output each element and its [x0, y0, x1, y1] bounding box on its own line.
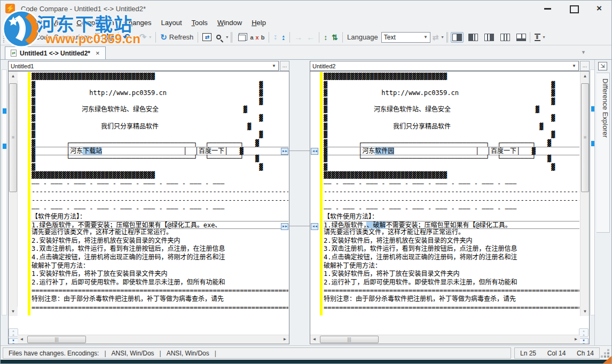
menu-item-comparison[interactable]: Comparison	[72, 17, 119, 29]
layout-left-dark-button[interactable]	[467, 32, 480, 43]
editor-line[interactable]: ▓▓▓▓▓▓▓▓▓▓▓▓▓▓▓▓▓▓▓▓▓▓▓▓▓▓▓▓▓▓▓▓	[324, 171, 579, 180]
editor-line[interactable]: 破解补丁使用方法：	[324, 262, 579, 271]
editor-line[interactable]: 3.双击注册机，软件运行，看到有注册按钮后，点注册，在注册信息	[324, 245, 579, 254]
diff-changed-line[interactable]: ▓ │河东软件园 │ │百度一下│ ▓	[324, 147, 579, 155]
merge-block-right-button[interactable]: ►►	[281, 148, 288, 155]
redo-button[interactable]: ↷▾	[137, 32, 153, 43]
editor-line[interactable]: ▓ └────────────────────────────────┘ └──…	[324, 155, 579, 163]
editor-line[interactable]: ▓ 我们只分享精品软件 ▓	[324, 123, 579, 131]
editor-line[interactable]: ▓ ▓	[324, 98, 579, 106]
copy-options-button[interactable]	[235, 33, 248, 42]
editor-line[interactable]: 4.点击确定按钮，注册机将出现正确的注册码，将刚才的注册名和注	[324, 254, 579, 262]
undo-dropdown-icon[interactable]: ▾	[133, 35, 135, 39]
previous-difference-nav-button[interactable]: ▲▲	[579, 328, 589, 337]
editor-line[interactable]: 请先要运行该类文件，这样才能让程序正常运行。	[324, 228, 579, 237]
editor-line[interactable]: ▓ └────────────────────────────────┘ └──…	[32, 155, 288, 163]
editor-line[interactable]: ----------------------------------------…	[324, 196, 579, 205]
editor-line[interactable]: ▓▓▓▓▓▓▓▓▓▓▓▓▓▓▓▓▓▓▓▓▓▓▓▓▓▓▓▓▓▓▓▓	[32, 73, 288, 81]
editor-line[interactable]: —— - ——— - ——— - ——— - ——— - ——— - ——— -…	[324, 180, 579, 188]
editor-line[interactable]: ▓ 河东绿色软件站、绿色安全 ▓	[324, 106, 579, 114]
editor-line[interactable]: ▓ ┌────────────────────────────────┐ ┌──…	[32, 139, 288, 148]
editor-line[interactable]: 2.运行补丁，后即可使用软件。即使软件显示未注册，但所有功能和	[32, 279, 288, 287]
left-overview-ruler[interactable]	[2, 69, 7, 315]
next-difference-button[interactable]: ▼▼	[271, 34, 279, 41]
merge-block-left-button[interactable]: ◄◄	[311, 148, 318, 155]
difference-explorer-icon[interactable]	[598, 62, 607, 70]
menu-item-changes[interactable]: Changes	[119, 17, 156, 29]
editor-line[interactable]: 2.安装好软件后，将注册机放在安装目录的文件夹内	[324, 237, 579, 246]
next-difference-nav-button[interactable]: ▼▼	[579, 338, 589, 344]
editor-line[interactable]: ▓ ▓	[32, 81, 288, 90]
scrollbar-thumb[interactable]: |||	[320, 336, 379, 343]
right-editor-content[interactable]: ▓▓▓▓▓▓▓▓▓▓▓▓▓▓▓▓▓▓▓▓▓▓▓▓▓▓▓▓▓▓▓▓▓ ▓▓ htt…	[324, 73, 579, 333]
editor-line[interactable]: ▓ http://www.pc0359.cn ▓	[324, 89, 579, 98]
scrollbar-thumb[interactable]: |||	[27, 336, 86, 343]
diff-marker[interactable]	[3, 108, 6, 114]
layout-middle-dark-button[interactable]	[483, 32, 496, 43]
editor-line[interactable]: ----------------------------------------…	[32, 196, 288, 205]
scroll-right-icon[interactable]: ►	[281, 335, 289, 344]
layout-two-panes-button[interactable]	[451, 32, 464, 43]
scroll-down-icon[interactable]: ▼	[580, 307, 590, 316]
left-editor-content[interactable]: ▓▓▓▓▓▓▓▓▓▓▓▓▓▓▓▓▓▓▓▓▓▓▓▓▓▓▓▓▓▓▓▓▓ ▓▓ htt…	[32, 73, 288, 333]
menu-item-help[interactable]: Help	[247, 17, 271, 29]
scrollbar-thumb[interactable]: ≡	[9, 83, 17, 192]
editor-line[interactable]: —— - ——— - ——— - ——— - ——— - ——— - ——— -…	[324, 205, 579, 213]
layout-three-columns-button[interactable]	[499, 32, 512, 43]
new-comparison-button[interactable]: New Code Comparison	[7, 32, 93, 42]
maximize-button[interactable]	[568, 4, 579, 13]
right-file-selector[interactable]: Untitled2 ▼	[310, 61, 579, 71]
editor-line[interactable]: ========================================…	[32, 287, 288, 295]
next-difference-nav-button[interactable]: ▼▼	[9, 338, 18, 344]
editor-line[interactable]: 特别注意：由于部分杀毒软件把注册机，补丁等做为病毒查杀，请先	[324, 295, 579, 304]
editor-line[interactable]: 破解补丁使用方法：	[32, 262, 288, 271]
scroll-left-icon[interactable]: ◄	[310, 335, 318, 344]
editor-line[interactable]: ----------------------------------------…	[324, 188, 579, 196]
expand-all-button[interactable]: ↕	[321, 33, 329, 42]
diff-marker[interactable]	[3, 144, 6, 149]
editor-line[interactable]: ========================================…	[324, 304, 579, 312]
close-button[interactable]: ×	[593, 4, 605, 13]
editor-line[interactable]: ========================================…	[32, 304, 288, 312]
menu-item-window[interactable]: Window	[213, 17, 247, 29]
diff-changed-line[interactable]: 1.绿色版软件，不需要安装；压缩包里如果有【@绿化工具。exe、	[32, 221, 288, 230]
editor-line[interactable]: ▓ ▓	[324, 163, 579, 172]
editor-line[interactable]: 2.安装好软件后，将注册机放在安装目录的文件夹内	[32, 237, 288, 246]
editor-line[interactable]: ▓ ▓	[32, 131, 288, 139]
right-horizontal-scrollbar[interactable]: ◄ ||| ►	[310, 335, 580, 344]
left-horizontal-scrollbar[interactable]: ◄ ||| ►	[18, 335, 289, 344]
right-browse-button[interactable]: ...	[580, 61, 590, 71]
scroll-left-icon[interactable]: ◄	[18, 335, 26, 344]
language-select[interactable]: Text ▼	[381, 32, 430, 43]
swap-options-dropdown-icon[interactable]: ▾	[442, 35, 444, 39]
previous-difference-button[interactable]: ▲▲	[279, 34, 287, 41]
right-vertical-scrollbar[interactable]: ▲ ≡ ▼	[580, 72, 589, 316]
editor-line[interactable]: ▓▓▓▓▓▓▓▓▓▓▓▓▓▓▓▓▓▓▓▓▓▓▓▓▓▓▓▓▓▓▓▓	[324, 73, 579, 81]
tab-untitled1-untitled2[interactable]: Untitled1 <-> Untitled2* ×	[5, 46, 106, 59]
editor-line[interactable]: ▓▓▓▓▓▓▓▓▓▓▓▓▓▓▓▓▓▓▓▓▓▓▓▓▓▓▓▓▓▓▓▓	[32, 171, 288, 180]
editor-line[interactable]: ▓ ▓	[32, 114, 288, 123]
editor-line[interactable]: ▓ ▓	[32, 163, 288, 172]
editor-line[interactable]: 特别注意：由于部分杀毒软件把注册机，补丁等做为病毒查杀，请先	[32, 295, 288, 304]
merge-to-left-button[interactable]: ←	[304, 33, 317, 42]
scrollbar-thumb[interactable]: ≡	[581, 83, 589, 192]
open-comparison-button[interactable]	[93, 32, 105, 42]
scroll-up-icon[interactable]: ▲	[580, 72, 590, 81]
right-editor[interactable]: ▓▓▓▓▓▓▓▓▓▓▓▓▓▓▓▓▓▓▓▓▓▓▓▓▓▓▓▓▓▓▓▓▓ ▓▓ htt…	[310, 71, 590, 344]
editor-line[interactable]: ▓ 我们只分享精品软件 ▓	[32, 123, 288, 131]
menu-item-tools[interactable]: Tools	[187, 17, 213, 29]
editor-line[interactable]: ▓ ┌────────────────────────────────┐ ┌──…	[324, 139, 579, 148]
difference-explorer-tab[interactable]: Difference Explorer	[597, 73, 610, 233]
swap-sides-button[interactable]: ⇄	[430, 33, 441, 42]
menu-item-file[interactable]: File	[5, 17, 26, 29]
toolbar-grip[interactable]	[3, 32, 6, 43]
menu-item-edit[interactable]: Edit	[26, 17, 47, 29]
refresh-button[interactable]: ↻ Refresh	[158, 32, 195, 42]
editor-line[interactable]: ========================================…	[324, 287, 579, 295]
editor-line[interactable]: ----------------------------------------…	[32, 188, 288, 196]
minimize-button[interactable]	[542, 4, 554, 13]
save-button[interactable]	[105, 33, 116, 42]
merge-to-right-button[interactable]: →	[292, 33, 304, 42]
editor-line[interactable]: 【软件使用方法】：	[324, 213, 579, 221]
menu-item-view[interactable]: View	[47, 17, 72, 29]
